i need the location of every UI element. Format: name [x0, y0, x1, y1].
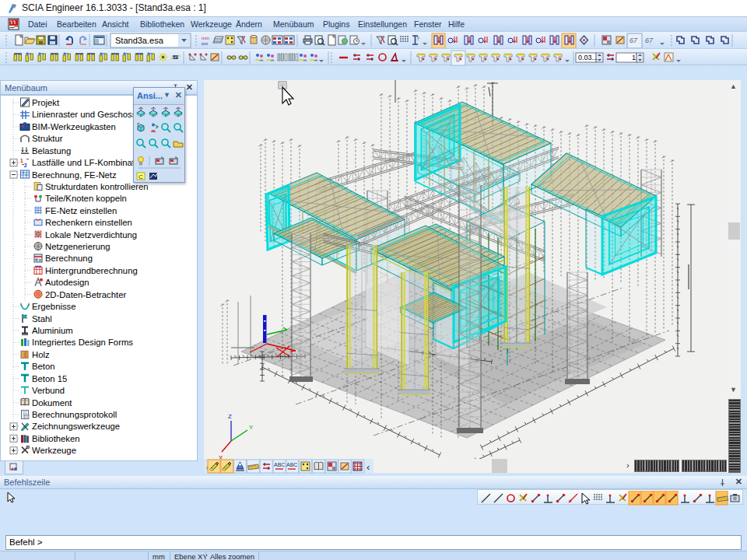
svg-text:BIM-Werkzeugkasten: BIM-Werkzeugkasten: [32, 122, 116, 131]
svg-text:Integriertes Design Forms: Integriertes Design Forms: [32, 338, 133, 347]
svg-text:Netzgenerierung: Netzgenerierung: [45, 242, 110, 251]
svg-text:Rechenkern einstellen: Rechenkern einstellen: [45, 218, 132, 227]
svg-text:Hintergrundberechnung: Hintergrundberechnung: [45, 266, 138, 275]
svg-text:Beton 15: Beton 15: [32, 374, 67, 383]
svg-text:2D-Daten-Betrachter: 2D-Daten-Betrachter: [45, 290, 126, 299]
svg-text:Stand3a.esa: Stand3a.esa: [115, 36, 164, 45]
svg-text:‹: ‹: [366, 461, 370, 473]
svg-text:Beton: Beton: [32, 362, 55, 371]
svg-text:Autodesign: Autodesign: [45, 278, 89, 287]
svg-text:Holz: Holz: [32, 350, 50, 359]
svg-text:Teile/Knoten koppeln: Teile/Knoten koppeln: [45, 194, 127, 203]
svg-text:1: 1: [20, 158, 23, 163]
svg-text:Werkzeuge: Werkzeuge: [32, 446, 76, 455]
svg-text:Struktur: Struktur: [32, 134, 63, 143]
svg-text:Lastfälle und LF-Kombinatio: Lastfälle und LF-Kombinatio: [32, 158, 142, 167]
svg-text:Stahl: Stahl: [32, 314, 52, 324]
svg-text:Strukturdaten kontrollieren: Strukturdaten kontrollieren: [45, 182, 149, 191]
svg-text:Dokument: Dokument: [32, 398, 72, 408]
svg-text:Lokale Netzverdichtung: Lokale Netzverdichtung: [45, 230, 137, 240]
svg-text:Ergebnisse: Ergebnisse: [32, 302, 76, 311]
svg-text:Zeichnungswerkzeuge: Zeichnungswerkzeuge: [32, 422, 120, 431]
svg-text:Linienraster und Geschosse: Linienraster und Geschosse: [32, 110, 142, 119]
svg-text:Bibliotheken: Bibliotheken: [32, 434, 80, 443]
svg-text:1: 1: [632, 54, 636, 61]
svg-text:Y: Y: [249, 424, 254, 431]
svg-text:Z: Z: [228, 413, 232, 420]
svg-text:Verbund: Verbund: [32, 386, 65, 395]
svg-text:Projekt: Projekt: [32, 98, 60, 107]
svg-text:Belastung: Belastung: [32, 146, 71, 156]
svg-text:2: 2: [24, 163, 27, 168]
svg-text:0.03...: 0.03...: [578, 54, 598, 61]
svg-text:Berechnung: Berechnung: [45, 254, 93, 263]
svg-text:Aluminium: Aluminium: [32, 326, 73, 335]
svg-text:FE-Netz einstellen: FE-Netz einstellen: [45, 206, 117, 215]
svg-text:Berechnungsprotokoll: Berechnungsprotokoll: [32, 410, 117, 419]
svg-text:Berechnung, FE-Netz: Berechnung, FE-Netz: [32, 170, 117, 180]
